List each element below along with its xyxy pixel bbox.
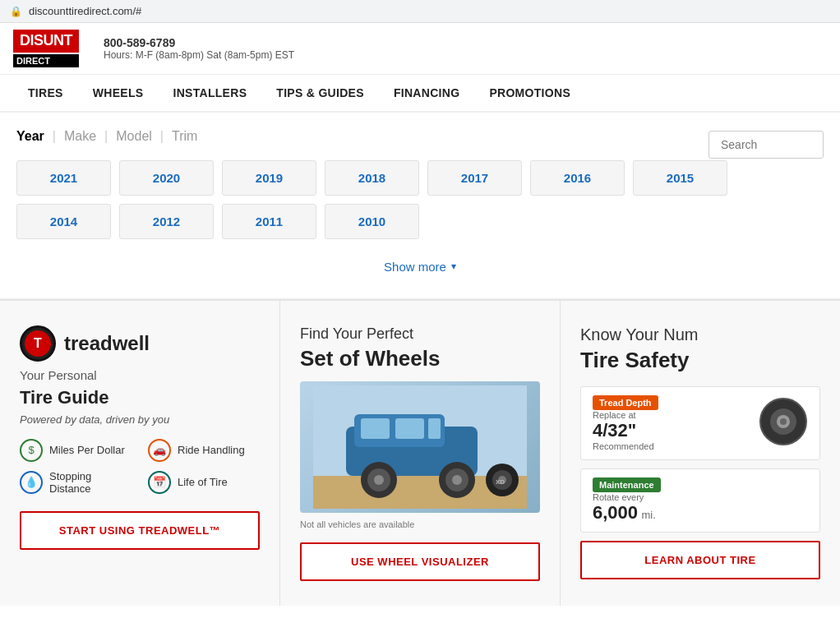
year-button-2014[interactable]: 2014	[16, 204, 111, 239]
tire-safety-cta-button[interactable]: LEARN ABOUT TIRE	[580, 541, 820, 579]
logo-bottom: DIRECT	[13, 54, 79, 67]
wheels-title-top: Find Your Perfect	[300, 325, 540, 343]
treadwell-card: T treadwell Your Personal Tire Guide Pow…	[0, 301, 280, 606]
miles-per-dollar-icon: $	[20, 439, 43, 462]
breadcrumb-model[interactable]: Model	[116, 129, 152, 144]
year-grid: 2021202020192018201720162015201420122011…	[16, 160, 824, 239]
year-button-2021[interactable]: 2021	[16, 160, 111, 196]
wheels-card: Find Your Perfect Set of Wheels	[280, 301, 561, 606]
wheels-image: XD	[300, 381, 540, 513]
contact-info: 800-589-6789 Hours: M-F (8am-8pm) Sat (8…	[104, 36, 294, 61]
nav-installers[interactable]: INSTALLERS	[158, 75, 261, 111]
maintenance-info: Maintenance Rotate every 6,000 mi.	[593, 477, 661, 524]
search-input[interactable]	[708, 131, 824, 159]
nav-promotions[interactable]: PROMOTIONS	[474, 75, 585, 111]
svg-rect-5	[395, 418, 424, 439]
treadwell-cta-button[interactable]: START USING TREADWELL™	[20, 511, 260, 550]
year-button-2010[interactable]: 2010	[325, 204, 419, 239]
year-button-2015[interactable]: 2015	[633, 160, 727, 196]
treadwell-icon: T	[20, 325, 56, 362]
maintenance-unit: mi.	[642, 509, 656, 521]
feature-label-rh: Ride Handling	[178, 444, 245, 456]
show-more-label: Show more	[384, 260, 446, 274]
breadcrumb-sep-1: |	[53, 129, 56, 144]
feature-label-lt: Life of Tire	[178, 476, 228, 488]
svg-point-12	[452, 475, 462, 485]
svg-point-9	[374, 475, 384, 485]
treadwell-powered: Powered by data, driven by you	[20, 413, 260, 426]
maintenance-metric: Maintenance Rotate every 6,000 mi.	[580, 468, 820, 533]
year-selector-section: Year | Make | Model | Trim 2021202020192…	[0, 113, 840, 299]
nav-financing[interactable]: FINANCING	[379, 75, 474, 111]
promo-section: T treadwell Your Personal Tire Guide Pow…	[0, 299, 840, 606]
lock-icon: 🔒	[10, 6, 22, 17]
nav-tips-guides[interactable]: TIPS & GUIDES	[261, 75, 379, 111]
year-button-2018[interactable]: 2018	[325, 160, 419, 196]
svg-rect-4	[361, 418, 390, 439]
breadcrumb-sep-3: |	[160, 129, 164, 144]
treadwell-features: $ Miles Per Dollar 🚗 Ride Handling 💧 Sto…	[20, 439, 260, 495]
tread-depth-label: Replace at	[593, 410, 658, 420]
tire-safety-card: Know Your Num Tire Safety Tread Depth Re…	[561, 301, 840, 606]
main-navigation: TIRES WHEELS INSTALLERS TIPS & GUIDES FI…	[0, 75, 840, 113]
tread-depth-sublabel: Recommended	[593, 441, 658, 451]
stopping-distance-icon: 💧	[20, 471, 43, 494]
tread-depth-badge: Tread Depth	[593, 395, 658, 410]
logo[interactable]: DISUNT DIRECT	[13, 30, 79, 67]
browser-bar: 🔒 discounttiredirect.com/#	[0, 0, 840, 23]
feature-stopping-distance: 💧 Stopping Distance	[20, 470, 132, 495]
business-hours: Hours: M-F (8am-8pm) Sat (8am-5pm) EST	[104, 49, 294, 61]
breadcrumb-make[interactable]: Make	[64, 129, 96, 144]
nav-tires[interactable]: TIRES	[13, 75, 78, 111]
feature-ride-handling: 🚗 Ride Handling	[148, 439, 260, 462]
maintenance-badge: Maintenance	[593, 477, 661, 492]
jeep-wheels-svg: XD	[313, 385, 527, 509]
tire-svg-1	[759, 397, 808, 446]
show-more-button[interactable]: Show more ▾	[384, 260, 456, 274]
year-button-2012[interactable]: 2012	[119, 204, 214, 239]
breadcrumb-year[interactable]: Year	[16, 129, 44, 144]
treadwell-title: Tire Guide	[20, 387, 260, 408]
wheels-disclaimer: Not all vehicles are available	[300, 519, 540, 529]
tread-depth-info: Tread Depth Replace at 4/32" Recommended	[593, 395, 658, 451]
feature-life-of-tire: 📅 Life of Tire	[148, 470, 260, 495]
breadcrumb-trim[interactable]: Trim	[172, 129, 197, 144]
wheels-cta-button[interactable]: USE WHEEL VISUALIZER	[300, 542, 540, 581]
top-header: DISUNT DIRECT 800-589-6789 Hours: M-F (8…	[0, 23, 840, 75]
safety-title-bottom: Tire Safety	[580, 348, 820, 373]
year-button-2017[interactable]: 2017	[427, 160, 522, 196]
year-button-2016[interactable]: 2016	[530, 160, 625, 196]
maintenance-label: Rotate every	[593, 492, 661, 502]
phone-number: 800-589-6789	[104, 36, 294, 49]
year-button-2011[interactable]: 2011	[222, 204, 316, 239]
tread-depth-metric: Tread Depth Replace at 4/32" Recommended	[580, 386, 820, 460]
svg-text:XD: XD	[496, 478, 505, 486]
ride-handling-icon: 🚗	[148, 439, 171, 462]
treadwell-inner-icon: T	[25, 330, 51, 357]
safety-title-top: Know Your Num	[580, 325, 820, 344]
year-button-2019[interactable]: 2019	[222, 160, 316, 196]
selector-breadcrumb-row: Year | Make | Model | Trim	[16, 129, 824, 160]
nav-wheels[interactable]: WHEELS	[78, 75, 159, 111]
wheels-title-bottom: Set of Wheels	[300, 346, 540, 371]
browser-url: discounttiredirect.com/#	[29, 5, 141, 17]
feature-label-mpd: Miles Per Dollar	[49, 444, 125, 456]
life-of-tire-icon: 📅	[148, 471, 171, 494]
svg-rect-6	[428, 418, 441, 439]
treadwell-name: treadwell	[64, 332, 150, 355]
tread-depth-tire-img	[759, 397, 808, 450]
selector-breadcrumb: Year | Make | Model | Trim	[16, 129, 197, 144]
year-button-2020[interactable]: 2020	[119, 160, 214, 196]
treadwell-logo: T treadwell	[20, 325, 260, 362]
tread-depth-value: 4/32"	[593, 420, 636, 441]
logo-top: DISUNT	[13, 30, 79, 53]
treadwell-subtitle: Your Personal	[20, 367, 260, 384]
breadcrumb-sep-2: |	[104, 129, 108, 144]
feature-miles-per-dollar: $ Miles Per Dollar	[20, 439, 132, 462]
chevron-down-icon: ▾	[451, 261, 456, 272]
maintenance-value: 6,000	[593, 502, 638, 523]
svg-point-20	[780, 418, 787, 425]
feature-label-sd: Stopping Distance	[49, 470, 132, 495]
show-more-row: Show more ▾	[16, 251, 824, 290]
